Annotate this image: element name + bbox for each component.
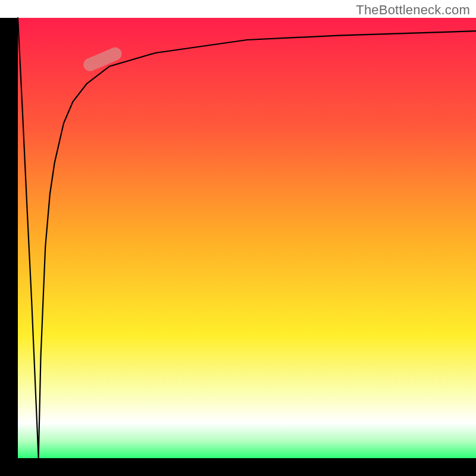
- chart-svg: [0, 0, 476, 476]
- watermark-text: TheBottleneck.com: [356, 2, 470, 18]
- chart-container: TheBottleneck.com: [0, 0, 476, 476]
- x-axis-bar: [0, 458, 476, 476]
- y-axis-bar: [0, 18, 18, 476]
